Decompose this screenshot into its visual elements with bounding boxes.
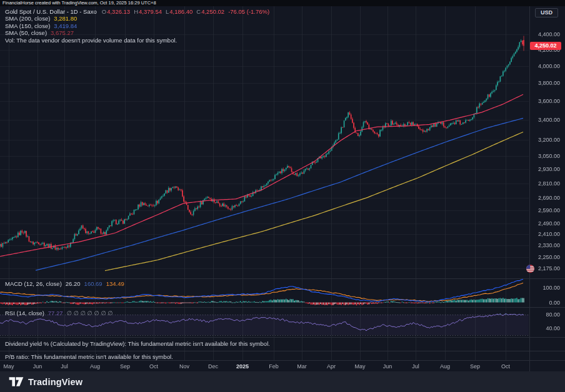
footer-bar: TradingView <box>0 371 565 392</box>
rsi-tick: 40.00 <box>546 325 560 331</box>
price-tick: 2,930.00 <box>538 166 560 172</box>
legend-row-symbol-ohlc[interactable]: Gold Spot / U.S. Dollar - 1D - SaxoO4,32… <box>5 8 269 15</box>
chart-window: FinancialHorse created with TradingView.… <box>0 0 565 392</box>
time-tick: Jul <box>412 363 419 370</box>
legend-text: C <box>196 8 201 15</box>
price-tick: 2,250.00 <box>538 254 560 260</box>
time-tick: Sep <box>120 363 130 370</box>
time-tick: Jun <box>33 363 42 370</box>
legend-text: 134.49 <box>106 280 124 287</box>
legend-text: MACD (12, 26, close) <box>5 280 62 287</box>
legend-row-rsi[interactable]: RSI (14, close)77.27∅ ∅ ∅ ∅ ∅ ∅ ∅ <box>5 310 112 316</box>
price-tick: 2,810.00 <box>538 180 560 187</box>
legend-text: Gold Spot / U.S. Dollar - 1D - Saxo <box>5 8 97 15</box>
time-tick: Oct <box>501 363 510 370</box>
price-tick: 2,410.00 <box>538 231 560 237</box>
legend-row-macd[interactable]: MACD (12, 26, close)26.20160.69134.49 <box>5 280 124 287</box>
time-tick: Nov <box>179 363 189 370</box>
macd-legend: MACD (12, 26, close)26.20160.69134.49 <box>5 280 124 287</box>
legend-text: SMA (150, close) <box>5 22 50 29</box>
legend-row-volume-note[interactable]: Vol: The data vendor doesn't provide vol… <box>5 37 269 44</box>
legend-row-sma-200[interactable]: SMA (200, close)3,281.80 <box>5 15 269 22</box>
time-tick: Sep <box>470 363 480 370</box>
legend-text: SMA (50, close) <box>5 29 47 36</box>
price-tick: 4,400.00 <box>538 31 560 37</box>
legend-row-sma-50[interactable]: SMA (50, close)3,675.27 <box>5 29 269 36</box>
legend-text: 4,379.54 <box>139 8 162 15</box>
legend-row-sma-150[interactable]: SMA (150, close)3,419.84 <box>5 22 269 29</box>
legend-text: 3,419.84 <box>54 22 77 29</box>
legend-text: 26.20 <box>66 280 81 287</box>
price-chart-canvas[interactable] <box>0 0 565 392</box>
time-tick: Jul <box>61 363 68 370</box>
price-tick: 3,050.00 <box>538 153 560 159</box>
price-tick: 3,200.00 <box>538 137 560 143</box>
rsi-tick: 80.00 <box>546 311 560 318</box>
price-tick: 2,175.00 <box>538 265 560 272</box>
macd-tick: 100.00 <box>542 285 560 291</box>
currency-toggle-button[interactable]: USD <box>535 8 558 17</box>
legend-text: SMA (200, close) <box>5 15 50 22</box>
price-tick: 2,590.00 <box>538 207 560 213</box>
legend-text: ∅ ∅ ∅ ∅ ∅ ∅ ∅ <box>67 310 113 316</box>
time-tick: Aug <box>440 363 450 370</box>
legend-text: RSI (14, close) <box>5 310 44 316</box>
legend-text: 4,250.02 <box>201 8 224 15</box>
legend-text: L <box>166 8 169 15</box>
legend-text: Vol: The data vendor doesn't provide vol… <box>5 37 177 44</box>
legend-text: -76.05 (-1.76%) <box>228 8 269 15</box>
time-tick: May <box>3 363 14 370</box>
time-tick: Jun <box>383 363 392 370</box>
time-tick: Feb <box>269 363 279 370</box>
price-tick: 2,330.00 <box>538 242 560 248</box>
price-tick: 2,690.00 <box>538 195 560 201</box>
time-tick: Aug <box>90 363 100 370</box>
price-tick: 4,000.00 <box>538 63 560 69</box>
time-tick: May <box>354 363 365 370</box>
time-tick: Dec <box>208 363 218 370</box>
price-tick: 2,490.00 <box>538 220 560 227</box>
time-tick: Mar <box>297 363 307 370</box>
price-tick: 3,400.00 <box>538 117 560 123</box>
legend-text: H <box>134 8 138 15</box>
dividend-yield-message: Dividend yield % (Calculated by TradingV… <box>5 340 270 347</box>
time-tick: Apr <box>327 363 336 370</box>
legend-text: 4,326.13 <box>107 8 130 15</box>
rsi-legend: RSI (14, close)77.27∅ ∅ ∅ ∅ ∅ ∅ ∅ <box>5 310 112 316</box>
time-tick: Oct <box>149 363 158 370</box>
last-price-badge: 4,250.02 <box>530 42 561 50</box>
legend-text: 3,281.80 <box>54 15 77 22</box>
time-tick: 2025 <box>236 363 249 370</box>
us-flag-icon <box>526 265 534 273</box>
pb-ratio-message: P/B ratio: This fundamental metric isn't… <box>5 353 173 360</box>
legend-text: 3,675.27 <box>51 29 74 36</box>
macd-tick: 0.00 <box>549 300 560 306</box>
main-legend: Gold Spot / U.S. Dollar - 1D - SaxoO4,32… <box>5 8 269 44</box>
legend-text: 4,186.40 <box>169 8 192 15</box>
legend-text: 160.69 <box>84 280 102 287</box>
tradingview-wordmark[interactable]: TradingView <box>28 377 82 387</box>
price-tick: 3,800.00 <box>538 80 560 86</box>
tradingview-logo-icon[interactable] <box>9 376 24 388</box>
attribution-bar: FinancialHorse created with TradingView.… <box>0 0 565 6</box>
legend-text: 77.27 <box>48 310 63 316</box>
legend-text: O <box>102 8 106 15</box>
attribution-text: FinancialHorse created with TradingView.… <box>2 0 156 6</box>
price-tick: 3,600.00 <box>538 98 560 104</box>
